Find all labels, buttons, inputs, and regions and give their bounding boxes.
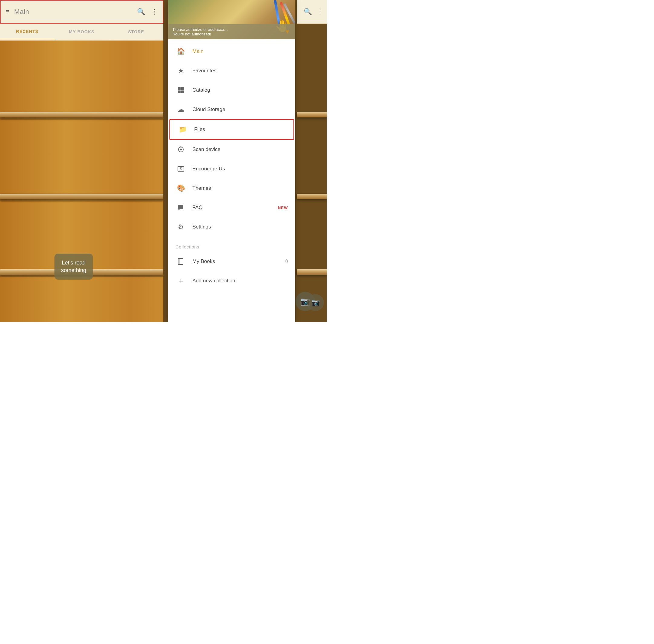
gear-icon: ⚙: [176, 222, 186, 232]
menu-divider: [168, 238, 295, 238]
menu-label-faq: FAQ: [192, 205, 278, 211]
svg-text:$: $: [180, 167, 182, 171]
menu-label-add-collection: Add new collection: [192, 278, 288, 284]
svg-rect-2: [178, 91, 181, 93]
right-shelf-3: [297, 269, 327, 275]
svg-rect-6: [181, 146, 182, 147]
catalog-icon: [176, 85, 186, 96]
svg-point-5: [180, 148, 182, 151]
palette-icon: 🎨: [176, 183, 186, 194]
svg-rect-12: [179, 258, 180, 264]
right-camera-fab[interactable]: 📷: [307, 294, 324, 311]
dollar-icon: $: [176, 163, 186, 174]
menu-item-themes[interactable]: 🎨 Themes: [168, 179, 295, 198]
menu-item-catalog[interactable]: Catalog: [168, 80, 295, 100]
menu-item-add-collection[interactable]: + Add new collection: [168, 271, 295, 291]
svg-rect-11: [178, 258, 183, 264]
auth-banner[interactable]: Please authorize or add acco… You're not…: [168, 24, 295, 39]
menu-item-encourage-us[interactable]: $ Encourage Us: [168, 159, 295, 179]
search-icon[interactable]: 🔍: [137, 8, 145, 16]
my-books-count: 0: [285, 259, 288, 264]
shelf-2: [0, 194, 163, 199]
menu-label-catalog: Catalog: [192, 87, 288, 93]
menu-item-scan-device[interactable]: Scan device: [168, 140, 295, 159]
tab-recents[interactable]: RECENTS: [0, 24, 54, 39]
menu-item-files[interactable]: 📁 Files: [169, 119, 294, 140]
scan-icon: [176, 144, 186, 155]
right-shelf-2: [297, 194, 327, 199]
menu-label-favourites: Favourites: [192, 68, 288, 74]
cloud-icon: ☁: [176, 104, 186, 115]
menu-item-faq[interactable]: FAQ NEW: [168, 198, 295, 217]
shelf-1-shadow: [0, 117, 163, 120]
menu-label-encourage-us: Encourage Us: [192, 166, 288, 172]
empty-state-tooltip: Let's read something: [54, 254, 93, 280]
auth-arrow-icon: ▼: [284, 28, 290, 36]
collections-header: Collections: [168, 239, 295, 252]
svg-rect-3: [181, 91, 184, 93]
menu-label-my-books: My Books: [192, 258, 285, 264]
svg-marker-10: [179, 209, 180, 210]
drawer-header: ✋ Please authorize or add acco… You're n…: [168, 0, 295, 39]
svg-rect-1: [181, 87, 184, 90]
star-icon: ★: [176, 65, 186, 76]
right-search-icon[interactable]: 🔍: [304, 8, 312, 16]
tab-bar: RECENTS MY BOOKS STORE: [0, 24, 163, 41]
right-more-icon[interactable]: ⋮: [317, 8, 323, 16]
auth-text: Please authorize or add acco… You're not…: [173, 27, 228, 36]
menu-item-settings[interactable]: ⚙ Settings: [168, 217, 295, 237]
shelf-1: [0, 112, 163, 117]
app-header: ≡ Main 🔍 ⋮: [0, 0, 163, 24]
menu-label-themes: Themes: [192, 185, 288, 191]
more-icon[interactable]: ⋮: [151, 8, 158, 16]
menu-item-cloud-storage[interactable]: ☁ Cloud Storage: [168, 100, 295, 119]
menu-item-my-books[interactable]: My Books 0: [168, 252, 295, 271]
home-icon: 🏠: [176, 46, 186, 57]
menu-item-favourites[interactable]: ★ Favourites: [168, 61, 295, 80]
right-shelf-1: [297, 112, 327, 117]
navigation-drawer: ✋ Please authorize or add acco… You're n…: [168, 0, 295, 322]
right-header: 🔍 ⋮: [297, 0, 327, 24]
menu-label-main: Main: [192, 48, 288, 54]
menu-label-cloud-storage: Cloud Storage: [192, 107, 288, 113]
faq-icon: [176, 202, 186, 213]
folder-icon: 📁: [177, 124, 188, 135]
menu-label-scan-device: Scan device: [192, 146, 288, 153]
faq-new-badge: NEW: [278, 206, 288, 210]
menu-item-main[interactable]: 🏠 Main: [168, 42, 295, 61]
drawer-menu: 🏠 Main ★ Favourites Catalog ☁ Cloud Sto: [168, 39, 295, 322]
svg-rect-0: [178, 87, 181, 90]
svg-rect-9: [178, 205, 183, 209]
plus-icon: +: [176, 275, 186, 286]
hamburger-icon[interactable]: ≡: [5, 8, 9, 16]
tab-store[interactable]: STORE: [109, 24, 163, 39]
shelf-2-shadow: [0, 199, 163, 202]
menu-label-settings: Settings: [192, 224, 288, 230]
tab-my-books[interactable]: MY BOOKS: [54, 24, 109, 39]
page-title: Main: [14, 8, 137, 16]
book-icon: [176, 256, 186, 267]
menu-label-files: Files: [194, 127, 286, 133]
